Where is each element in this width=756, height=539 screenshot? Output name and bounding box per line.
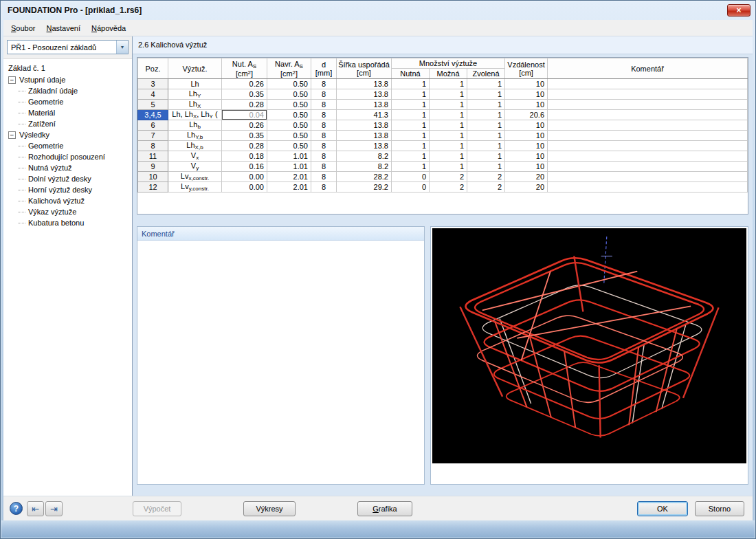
cell-vzdalenost[interactable]: 10 — [505, 89, 548, 100]
cell-sirka[interactable]: 8.2 — [337, 162, 392, 172]
cell-vyztuz[interactable]: Lvx,constr. — [168, 172, 222, 182]
cell-d[interactable]: 8 — [311, 89, 337, 100]
help-button[interactable]: ? — [10, 502, 23, 515]
cell-vzdalenost[interactable]: 10 — [505, 141, 548, 151]
row-header-poz[interactable]: 3 — [138, 79, 168, 89]
cell-komentar[interactable] — [548, 100, 748, 110]
cell-nutna[interactable]: 1 — [392, 151, 430, 162]
cell-nut[interactable]: 0.35 — [222, 131, 267, 141]
cell-mozna[interactable]: 1 — [430, 79, 467, 89]
cell-nutna[interactable]: 1 — [392, 141, 430, 151]
cell-d[interactable]: 8 — [311, 172, 337, 182]
row-header-poz[interactable]: 10 — [138, 172, 168, 182]
cell-komentar[interactable] — [548, 172, 748, 182]
cell-d[interactable]: 8 — [311, 131, 337, 141]
cell-vzdalenost[interactable]: 10 — [505, 79, 548, 89]
cell-navr[interactable]: 0.50 — [267, 89, 311, 100]
col-header-poz[interactable]: Poz. — [138, 58, 168, 79]
cell-nut[interactable]: 0.28 — [222, 141, 267, 151]
cell-d[interactable]: 8 — [311, 141, 337, 151]
cell-vyztuz[interactable]: LhY,b — [168, 131, 222, 141]
close-button[interactable]: × — [727, 4, 751, 16]
cell-vyztuz[interactable]: Lh — [168, 79, 222, 89]
cell-mozna[interactable]: 1 — [430, 100, 467, 110]
cell-nutna[interactable]: 1 — [392, 89, 430, 100]
cell-nut[interactable]: 0.16 — [222, 162, 267, 172]
col-header-mnozstvi[interactable]: Množství výztuže — [392, 58, 505, 69]
cell-komentar[interactable] — [548, 141, 748, 151]
menu-item-soubor[interactable]: Soubor — [5, 20, 41, 36]
tree-item[interactable]: Kubatura betonu — [6, 217, 131, 228]
row-header-poz[interactable]: 4 — [138, 89, 168, 100]
cell-vyztuz[interactable]: Vy — [168, 162, 222, 172]
cell-nutna[interactable]: 1 — [392, 162, 430, 172]
col-header-vyztuz[interactable]: Výztuž. — [168, 58, 222, 79]
vypocet-button[interactable]: Výpočet — [133, 501, 181, 516]
tree-item[interactable]: Materiál — [6, 107, 131, 118]
cell-d[interactable]: 8 — [311, 79, 337, 89]
cell-nut[interactable]: 0.00 — [222, 182, 267, 192]
cell-nut[interactable]: 0.00 — [222, 172, 267, 182]
cell-nut[interactable]: 0.35 — [222, 89, 267, 100]
cell-komentar[interactable] — [548, 110, 748, 120]
col-header-nut-as[interactable]: Nut. AS[cm2] — [222, 58, 267, 79]
cell-zvolena[interactable]: 1 — [467, 162, 505, 172]
cell-vyztuz[interactable]: LhX — [168, 100, 222, 110]
menu-item-nastaveni[interactable]: Nastavení — [41, 20, 86, 36]
vykresy-button[interactable]: Výkresy — [243, 501, 296, 516]
tree-item[interactable]: Geometrie — [6, 96, 131, 107]
cell-mozna[interactable]: 1 — [430, 89, 467, 100]
cell-navr[interactable]: 0.50 — [267, 141, 311, 151]
col-header-komentar[interactable]: Komentář — [548, 58, 748, 79]
cell-sirka[interactable]: 13.8 — [337, 89, 392, 100]
cell-d[interactable]: 8 — [311, 100, 337, 110]
cell-d[interactable]: 8 — [311, 162, 337, 172]
cell-nutna[interactable]: 0 — [392, 182, 430, 192]
menu-item-napoveda[interactable]: Nápověda — [86, 20, 131, 36]
next-table-button[interactable]: ⇥ — [45, 501, 63, 516]
cell-mozna[interactable]: 2 — [430, 182, 467, 192]
cell-zvolena[interactable]: 1 — [467, 110, 505, 120]
cell-nut[interactable]: 0.18 — [222, 151, 267, 162]
cell-sirka[interactable]: 13.8 — [337, 79, 392, 89]
titlebar[interactable]: FOUNDATION Pro - [priklad_1.rs6] × — [1, 1, 755, 20]
cell-vzdalenost[interactable]: 10 — [505, 131, 548, 141]
col-header-vzdalenost[interactable]: Vzdálenost[cm] — [505, 58, 548, 79]
cell-vzdalenost[interactable]: 10 — [505, 162, 548, 172]
tree-item[interactable]: −Vstupní údaje — [6, 74, 131, 85]
cell-mozna[interactable]: 1 — [430, 151, 467, 162]
cell-zvolena[interactable]: 1 — [467, 120, 505, 131]
cell-navr[interactable]: 2.01 — [267, 182, 311, 192]
cell-nut[interactable]: 0.26 — [222, 79, 267, 89]
col-header-nutna[interactable]: Nutná — [392, 69, 430, 79]
cell-sirka[interactable]: 13.8 — [337, 141, 392, 151]
row-header-poz[interactable]: 6 — [138, 120, 168, 131]
tree-item[interactable]: Kalichová výztuž — [6, 195, 131, 206]
cell-vyztuz[interactable]: Lh, LhX, LhY ( — [168, 110, 222, 120]
cell-nutna[interactable]: 1 — [392, 131, 430, 141]
col-header-d[interactable]: d[mm] — [311, 58, 337, 79]
row-header-poz[interactable]: 7 — [138, 131, 168, 141]
cell-vzdalenost[interactable]: 20 — [505, 182, 548, 192]
cell-sirka[interactable]: 29.2 — [337, 182, 392, 192]
cell-navr[interactable]: 0.50 — [267, 120, 311, 131]
tree-item[interactable]: Zatížení — [6, 118, 131, 129]
ok-button[interactable]: OK — [637, 501, 688, 516]
cell-mozna[interactable]: 1 — [430, 162, 467, 172]
cell-mozna[interactable]: 2 — [430, 172, 467, 182]
cell-komentar[interactable] — [548, 79, 748, 89]
row-header-poz[interactable]: 8 — [138, 141, 168, 151]
cell-d[interactable]: 8 — [311, 182, 337, 192]
tree-item[interactable]: Dolní výztuž desky — [6, 173, 131, 184]
col-header-zvolena[interactable]: Zvolená — [467, 69, 505, 79]
comment-input[interactable] — [137, 241, 424, 484]
cell-sirka[interactable]: 28.2 — [337, 172, 392, 182]
cell-nutna[interactable]: 1 — [392, 79, 430, 89]
cell-nut[interactable]: 0.28 — [222, 100, 267, 110]
cell-zvolena[interactable]: 1 — [467, 100, 505, 110]
cell-zvolena[interactable]: 1 — [467, 151, 505, 162]
tree-item[interactable]: −Výsledky — [6, 129, 131, 140]
cell-navr[interactable]: 0.50 — [267, 110, 311, 120]
cell-nut[interactable]: 0.04 — [222, 110, 267, 120]
cell-vzdalenost[interactable]: 10 — [505, 100, 548, 110]
